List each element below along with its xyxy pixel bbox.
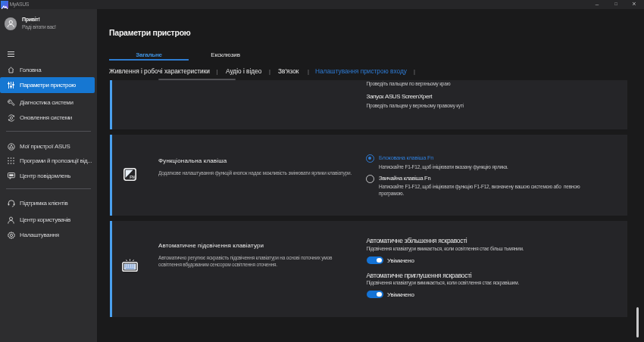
svg-text:FN: FN xyxy=(130,175,135,179)
